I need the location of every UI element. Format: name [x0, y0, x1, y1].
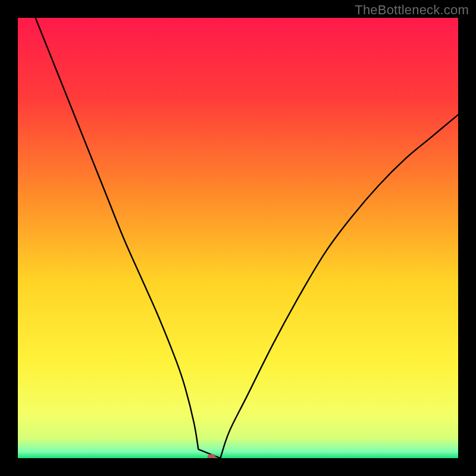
watermark-text: TheBottleneck.com	[355, 2, 469, 18]
plot-background	[18, 18, 458, 458]
chart-container: TheBottleneck.com	[0, 0, 476, 476]
bottleneck-plot	[18, 18, 458, 458]
